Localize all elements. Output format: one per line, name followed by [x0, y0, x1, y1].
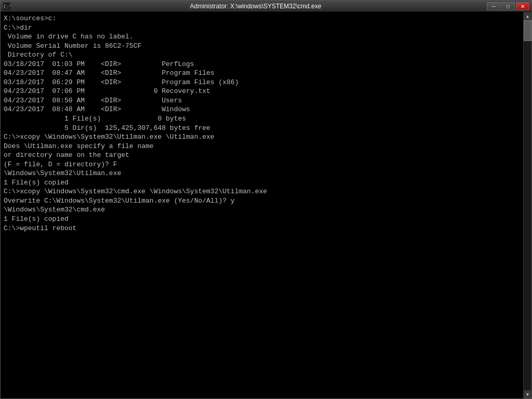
cmd-window: C:\ Administrator: X:\windows\SYSTEM32\c… — [0, 0, 532, 399]
terminal-line: 04/23/2017 08:48 AM <DIR> Windows — [4, 105, 520, 114]
terminal-line: or directory name on the target — [4, 151, 520, 160]
terminal-line: (F = file, D = directory)? F — [4, 160, 520, 169]
terminal-line: 1 File(s) copied — [4, 215, 520, 224]
close-button[interactable]: ✕ — [516, 2, 529, 10]
terminal-line: Volume in drive C has no label. — [4, 32, 520, 42]
scroll-up-arrow[interactable]: ▲ — [524, 12, 532, 20]
scrollbar-thumb-area — [524, 20, 531, 390]
terminal-line: 04/23/2017 08:47 AM <DIR> Program Files — [4, 69, 520, 78]
terminal-line: Overwrite C:\Windows\System32\Utilman.ex… — [4, 196, 520, 206]
terminal-line: Volume Serial Number is 86C2-75CF — [4, 42, 520, 51]
scrollbar[interactable]: ▲ ▼ — [523, 12, 531, 398]
terminal-line: Does \Utilman.exe specify a file name — [4, 142, 520, 151]
window-controls: ─ □ ✕ — [487, 2, 529, 10]
cmd-icon: C:\ — [3, 2, 11, 10]
terminal-line: 04/23/2017 07:06 PM 0 Recovery.txt — [4, 87, 520, 96]
terminal-line: 04/23/2017 08:50 AM <DIR> Users — [4, 96, 520, 105]
scrollbar-thumb[interactable] — [524, 20, 531, 41]
terminal-line: 03/18/2017 01:03 PM <DIR> PerfLogs — [4, 60, 520, 69]
terminal-line: C:\>xcopy \Windows\System32\cmd.exe \Win… — [4, 187, 520, 196]
terminal-line: 03/18/2017 06:29 PM <DIR> Program Files … — [4, 78, 520, 87]
terminal-line: \Windows\System32\cmd.exe — [4, 205, 520, 215]
terminal-line: C:\>dir — [4, 23, 520, 33]
terminal-line: 1 File(s) 0 bytes — [4, 114, 520, 124]
terminal-line: Directory of C:\ — [4, 50, 520, 60]
svg-text:C:\: C:\ — [4, 4, 10, 9]
terminal-output[interactable]: X:\sources>c:C:\>dir Volume in drive C h… — [1, 12, 523, 398]
terminal-line: \Windows\System32\Utilman.exe — [4, 169, 520, 178]
terminal-line: C:\>xcopy \Windows\System32\Utilman.exe … — [4, 132, 520, 142]
window-title: Administrator: X:\windows\SYSTEM32\cmd.e… — [13, 3, 498, 10]
maximize-button[interactable]: □ — [501, 2, 515, 10]
terminal-line: X:\sources>c: — [4, 14, 520, 23]
terminal-line: 1 File(s) copied — [4, 178, 520, 188]
minimize-button[interactable]: ─ — [487, 2, 500, 10]
scroll-down-arrow[interactable]: ▼ — [524, 390, 532, 398]
titlebar: C:\ Administrator: X:\windows\SYSTEM32\c… — [1, 1, 531, 12]
terminal-line: C:\>wpeutil reboot — [4, 224, 520, 233]
terminal-line: 5 Dir(s) 125,425,307,648 bytes free — [4, 124, 520, 133]
